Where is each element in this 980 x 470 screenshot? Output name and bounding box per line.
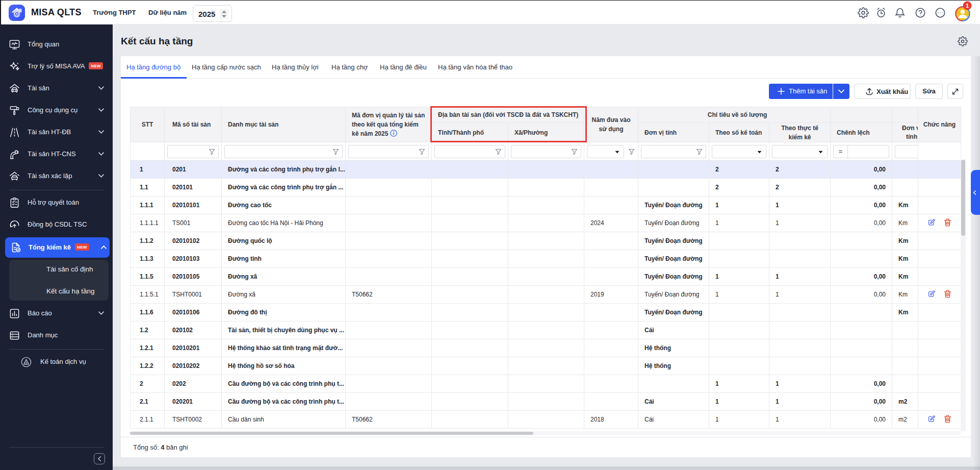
svg-text:1: 1 (966, 3, 969, 9)
